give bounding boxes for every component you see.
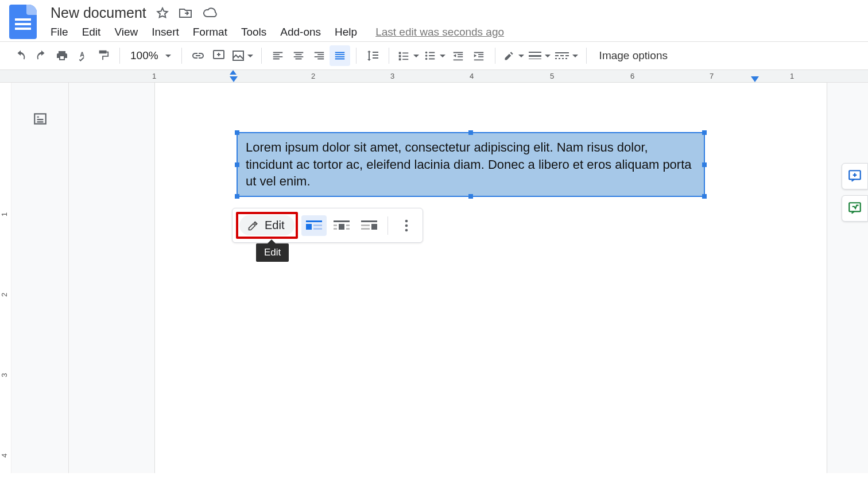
header: New document File Edit View Insert Forma… xyxy=(0,0,868,39)
svg-rect-8 xyxy=(555,52,569,53)
break-layout-button[interactable] xyxy=(356,215,382,236)
svg-rect-12 xyxy=(555,58,557,59)
svg-rect-25 xyxy=(346,224,350,226)
menu-format[interactable]: Format xyxy=(193,26,227,38)
checklist-dropdown[interactable] xyxy=(395,49,421,62)
ruler-mark: 1 xyxy=(152,72,156,80)
line-spacing-button[interactable] xyxy=(362,45,383,66)
star-icon[interactable] xyxy=(156,6,169,20)
svg-point-2 xyxy=(425,52,427,54)
svg-rect-24 xyxy=(334,228,337,230)
paint-format-button[interactable] xyxy=(93,45,114,66)
resize-handle-ne[interactable] xyxy=(702,130,707,135)
ruler-mark: 1 xyxy=(790,72,794,80)
menu-edit[interactable]: Edit xyxy=(82,26,101,38)
menu-view[interactable]: View xyxy=(114,26,138,38)
svg-rect-5 xyxy=(529,52,541,53)
pencil-icon xyxy=(247,220,259,231)
border-color-dropdown[interactable] xyxy=(501,50,526,61)
right-indent-marker[interactable] xyxy=(751,76,759,82)
border-dash-dropdown[interactable] xyxy=(553,52,580,60)
chevron-down-icon xyxy=(440,55,445,57)
svg-point-33 xyxy=(405,228,408,231)
resize-handle-e[interactable] xyxy=(702,162,707,167)
resize-handle-n[interactable] xyxy=(468,130,473,135)
first-line-indent-marker[interactable] xyxy=(230,70,237,75)
svg-rect-7 xyxy=(529,59,541,59)
resize-handle-w[interactable] xyxy=(235,162,239,167)
svg-rect-9 xyxy=(555,55,559,56)
vruler-mark: 3 xyxy=(0,373,9,377)
resize-handle-sw[interactable] xyxy=(235,194,239,199)
increase-indent-button[interactable] xyxy=(468,45,489,66)
svg-rect-10 xyxy=(560,55,564,56)
svg-point-32 xyxy=(405,224,408,227)
decrease-indent-button[interactable] xyxy=(448,45,468,66)
ruler-mark: 7 xyxy=(710,72,714,80)
align-left-button[interactable] xyxy=(268,45,288,66)
svg-rect-15 xyxy=(565,58,567,59)
inline-layout-button[interactable] xyxy=(301,215,327,236)
suggest-edits-fab[interactable] xyxy=(842,195,868,222)
svg-rect-13 xyxy=(559,58,560,59)
svg-rect-20 xyxy=(313,228,322,230)
menu-addons[interactable]: Add-ons xyxy=(280,26,321,38)
svg-rect-6 xyxy=(529,55,541,57)
svg-point-3 xyxy=(425,55,427,57)
svg-rect-19 xyxy=(313,224,322,226)
ruler-mark: 5 xyxy=(550,72,554,80)
menu-file[interactable]: File xyxy=(51,26,68,38)
edit-button-label: Edit xyxy=(265,219,284,232)
spellcheck-button[interactable] xyxy=(72,45,93,66)
insert-image-dropdown[interactable] xyxy=(229,49,255,63)
outline-toggle-icon[interactable] xyxy=(33,111,48,473)
document-canvas[interactable]: Lorem ipsum dolor sit amet, consectetur … xyxy=(69,83,868,473)
resize-handle-nw[interactable] xyxy=(235,130,239,135)
svg-rect-22 xyxy=(339,224,344,230)
ruler-mark: 6 xyxy=(630,72,634,80)
align-right-button[interactable] xyxy=(309,45,330,66)
move-icon[interactable] xyxy=(179,7,193,20)
border-weight-dropdown[interactable] xyxy=(526,51,553,60)
last-edit-link[interactable]: Last edit was seconds ago xyxy=(375,26,504,38)
undo-button[interactable] xyxy=(10,45,31,66)
edit-tooltip: Edit xyxy=(256,243,289,262)
menu-tools[interactable]: Tools xyxy=(241,26,266,38)
chevron-down-icon xyxy=(165,55,171,57)
chevron-down-icon xyxy=(413,55,419,57)
outline-pane xyxy=(11,83,69,473)
resize-handle-se[interactable] xyxy=(702,194,707,199)
document-title[interactable]: New document xyxy=(51,5,146,21)
menu-help[interactable]: Help xyxy=(335,26,357,38)
add-comment-button[interactable] xyxy=(208,45,229,66)
svg-rect-21 xyxy=(334,220,350,222)
add-comment-fab[interactable] xyxy=(842,163,868,189)
more-options-button[interactable] xyxy=(394,215,419,236)
horizontal-ruler[interactable]: 1 2 3 4 5 6 7 1 xyxy=(0,70,868,83)
print-button[interactable] xyxy=(52,45,72,66)
docs-logo-icon[interactable] xyxy=(9,5,37,39)
chevron-down-icon xyxy=(518,55,524,57)
toolbar: 100% Image options xyxy=(0,41,868,70)
svg-rect-18 xyxy=(306,224,312,230)
vruler-mark: 1 xyxy=(0,212,9,216)
left-indent-marker[interactable] xyxy=(230,76,238,82)
menu-insert[interactable]: Insert xyxy=(152,26,179,38)
edit-button[interactable]: Edit xyxy=(239,215,294,235)
insert-link-button[interactable] xyxy=(188,45,208,66)
ruler-mark: 4 xyxy=(470,72,474,80)
resize-handle-s[interactable] xyxy=(468,194,473,199)
wrap-layout-button[interactable] xyxy=(329,215,354,236)
vruler-mark: 4 xyxy=(0,454,9,458)
selected-textbox[interactable]: Lorem ipsum dolor sit amet, consectetur … xyxy=(237,132,705,197)
image-options-button[interactable]: Image options xyxy=(599,49,668,62)
zoom-dropdown[interactable]: 100% xyxy=(126,49,176,62)
page[interactable]: Lorem ipsum dolor sit amet, consectetur … xyxy=(155,83,827,473)
vertical-ruler[interactable]: 1 2 3 4 xyxy=(0,83,11,473)
redo-button[interactable] xyxy=(31,45,52,66)
bullet-list-dropdown[interactable] xyxy=(421,49,448,62)
align-center-button[interactable] xyxy=(288,45,309,66)
align-justify-button[interactable] xyxy=(330,45,350,66)
svg-rect-30 xyxy=(361,228,370,230)
cloud-status-icon[interactable] xyxy=(203,7,219,19)
